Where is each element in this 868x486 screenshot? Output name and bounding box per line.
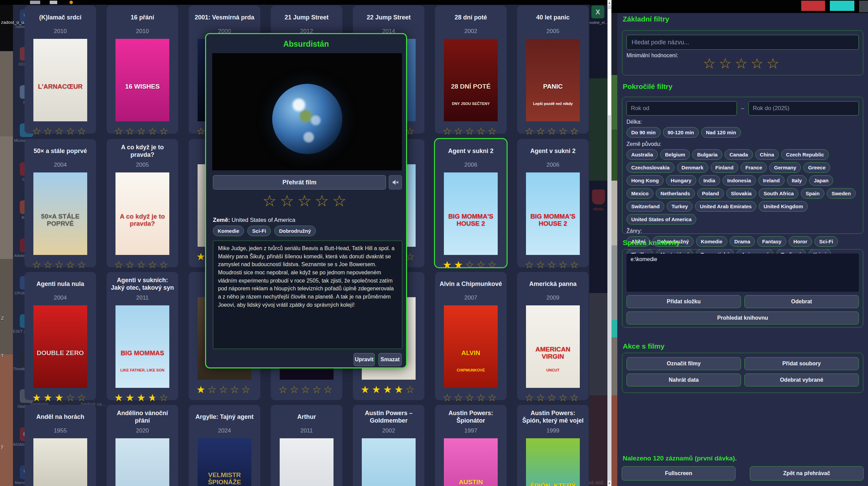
movie-card[interactable]: Austin Powers – Goldmember2002☆☆☆☆☆ (353, 405, 424, 486)
length-chip[interactable]: 90-120 min (663, 127, 699, 138)
star-icon[interactable]: ☆ (443, 392, 454, 404)
upload-data-button[interactable]: Nahrát data (626, 374, 741, 386)
star-icon[interactable]: ☆ (262, 192, 280, 210)
rating-stars[interactable]: ☆☆☆☆☆ (435, 392, 507, 404)
country-chip[interactable]: Greece (803, 162, 830, 173)
star-icon[interactable]: ☆ (406, 125, 417, 137)
movie-card[interactable]: 50× a stále poprvé200450×A STÁLE POPRVÉ☆… (25, 139, 96, 267)
star-icon[interactable]: ☆ (77, 125, 89, 137)
mark-movies-button[interactable]: Označit filmy (626, 357, 741, 370)
genre-chip[interactable]: Sci-Fi (815, 236, 838, 247)
rating-stars[interactable]: ☆☆☆☆☆ (25, 125, 96, 137)
genre-chip[interactable]: Fantasy (757, 236, 786, 247)
country-chip[interactable]: Canada (725, 149, 753, 160)
star-icon[interactable]: ☆ (315, 192, 332, 210)
rating-stars[interactable]: ☆☆☆☆☆ (517, 125, 589, 137)
movie-card[interactable]: Argylle: Tajný agent2024VELMISTR ŠPIONÁŽ… (189, 405, 260, 486)
star-icon[interactable]: ★ (197, 384, 208, 395)
scan-library-button[interactable]: Prohledat knihovnu (626, 312, 859, 324)
star-icon[interactable]: ☆ (570, 392, 581, 404)
add-folder-button[interactable]: Přidat složku (626, 295, 741, 308)
country-chip[interactable]: Czech Republic (781, 149, 829, 160)
year-to-input[interactable]: Rok do (2025) (748, 101, 859, 116)
rating-stars[interactable]: ☆☆☆☆☆ (435, 125, 507, 137)
star-icon[interactable]: ☆ (465, 259, 477, 271)
star-icon[interactable]: ☆ (301, 384, 312, 395)
star-icon[interactable]: ☆ (536, 259, 547, 271)
star-icon[interactable]: ☆ (137, 259, 148, 271)
star-icon[interactable]: ★ (394, 384, 406, 395)
star-icon[interactable]: ☆ (488, 125, 499, 137)
star-icon[interactable]: ☆ (44, 125, 55, 137)
add-files-button[interactable]: Přidat soubory (744, 357, 859, 370)
star-icon[interactable]: ☆ (32, 259, 44, 271)
back-to-player-button[interactable]: Zpět na přehrávač (750, 466, 864, 481)
fullscreen-button[interactable]: Fullscreen (622, 466, 735, 481)
country-chip[interactable]: Germany (769, 162, 801, 173)
star-icon[interactable]: ☆ (77, 392, 89, 404)
length-chip[interactable]: Nad 120 min (701, 127, 741, 138)
star-icon[interactable]: ☆ (477, 125, 488, 137)
star-icon[interactable]: ★ (383, 384, 394, 395)
scrollbar-thumb[interactable] (607, 9, 611, 116)
mute-button[interactable] (389, 175, 402, 189)
star-icon[interactable]: ☆ (66, 392, 77, 404)
star-icon[interactable]: ☆ (750, 57, 766, 71)
country-chip[interactable]: Italy (787, 175, 807, 186)
star-icon[interactable]: ☆ (443, 125, 454, 137)
movie-card[interactable]: Austin Powers: Špionátor1997AUSTIN POWER… (435, 405, 507, 486)
country-chip[interactable]: Denmark (677, 162, 708, 173)
country-chip[interactable]: United States of America (626, 214, 696, 225)
movie-card[interactable]: Agenti nula nula2004DOUBLE ZERO★★★☆☆ (25, 272, 96, 400)
country-chip[interactable]: Poland (697, 188, 724, 199)
star-icon[interactable]: ★ (443, 259, 454, 271)
star-icon[interactable]: ★ (114, 392, 126, 404)
star-icon[interactable]: ☆ (703, 57, 719, 71)
country-chip[interactable]: Japan (809, 175, 833, 186)
star-icon[interactable]: ☆ (114, 259, 126, 271)
star-icon[interactable]: ☆ (488, 392, 499, 404)
star-icon[interactable]: ☆ (477, 259, 488, 271)
star-icon[interactable]: ☆ (208, 384, 219, 395)
star-icon[interactable]: ☆ (547, 259, 559, 271)
star-icon[interactable]: ★ (44, 392, 55, 404)
star-icon[interactable]: ☆ (312, 384, 324, 395)
length-chip[interactable]: Do 90 min (626, 127, 661, 138)
library-folder-list[interactable]: e:\komedie (626, 254, 859, 292)
country-chip[interactable]: India (699, 175, 720, 186)
year-from-input[interactable]: Rok od (626, 101, 737, 116)
rating-stars[interactable]: ★★☆☆☆ (435, 259, 507, 271)
country-chip[interactable]: Sweden (827, 188, 856, 199)
rating-stars[interactable]: ★★★★☆ (353, 384, 424, 395)
movie-card[interactable]: A co když je to pravda?2005A co když je … (107, 139, 178, 267)
genre-chip[interactable]: Horor (789, 236, 812, 247)
country-chip[interactable]: Belgium (660, 149, 690, 160)
country-chip[interactable]: Ireland (758, 175, 785, 186)
star-icon[interactable]: ★ (372, 384, 383, 395)
star-icon[interactable]: ☆ (559, 125, 570, 137)
star-icon[interactable]: ☆ (477, 392, 488, 404)
star-icon[interactable]: ☆ (230, 384, 242, 395)
rating-stars[interactable]: ★★★☆☆ (25, 392, 96, 404)
star-icon[interactable]: ☆ (279, 384, 290, 395)
country-chip[interactable]: Australia (626, 149, 658, 160)
movie-card[interactable]: 16 přání201016 WISHES☆☆☆☆☆ (107, 5, 178, 134)
star-icon[interactable]: ☆ (735, 57, 751, 71)
country-chip[interactable]: Slovakia (726, 188, 757, 199)
play-movie-button[interactable]: Přehrát film (213, 175, 386, 189)
movie-card[interactable]: Americká panna2009AMERICAN VIRGINUNCUT☆☆… (517, 272, 589, 400)
star-icon[interactable]: ☆ (525, 125, 536, 137)
star-icon[interactable]: ☆ (766, 57, 782, 71)
country-chip[interactable]: China (755, 149, 779, 160)
vertical-scrollbar[interactable]: ▲ ▼ (607, 0, 611, 486)
scroll-down-icon[interactable]: ▼ (607, 481, 611, 486)
delete-button[interactable]: Smazat (378, 353, 402, 366)
star-icon[interactable]: ☆ (159, 392, 171, 404)
movie-card[interactable]: Agent v sukni 22006BIG MOMMA'S HOUSE 2★★… (435, 139, 507, 267)
trailer-video[interactable] (212, 53, 402, 170)
modal-rating-stars[interactable]: ☆☆☆☆☆ (206, 192, 406, 210)
star-icon[interactable]: ☆ (465, 392, 477, 404)
movie-card[interactable]: Agenti v sukních: Jaký otec, takový syn2… (107, 272, 178, 400)
movie-card[interactable]: (K)lamač srdcí2010L'ARNACŒUR☆☆☆☆☆ (25, 5, 96, 134)
star-icon[interactable]: ☆ (547, 125, 559, 137)
